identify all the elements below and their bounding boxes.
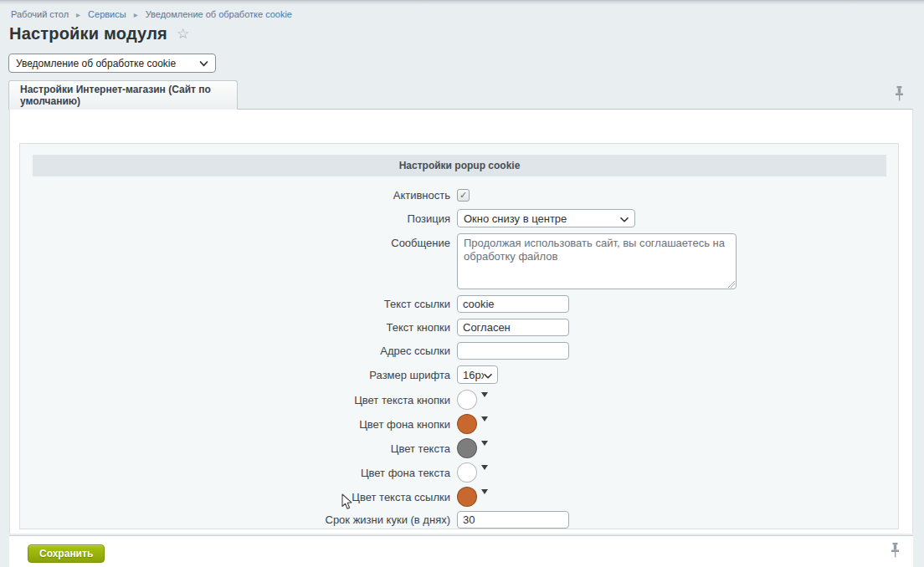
button-text-input[interactable]: Согласен	[457, 319, 569, 336]
link-url-control	[457, 342, 569, 360]
position-label: Позиция	[20, 210, 457, 227]
page-title-row: Настройки модуля ☆	[9, 24, 189, 43]
pin-icon[interactable]	[894, 86, 905, 105]
font-size-select-value: 16px	[463, 369, 484, 381]
color-dropdown-caret-icon[interactable]	[481, 465, 488, 470]
chevron-down-icon	[199, 58, 208, 69]
section-header: Настройки popup cookie	[33, 155, 886, 176]
text-color-label: Цвет текста	[20, 440, 457, 457]
footer-actions-bar: Сохранить	[9, 535, 913, 567]
breadcrumb-item[interactable]: Уведомление об обработке cookie	[146, 9, 292, 19]
form-row-position: ПозицияОкно снизу в центре	[20, 209, 898, 227]
form-row-link-url: Адрес ссылки	[20, 342, 898, 360]
form-row-button-text-color: Цвет текста кнопки	[20, 390, 898, 410]
form-row-active: Активность✓	[20, 186, 898, 204]
color-dropdown-caret-icon[interactable]	[481, 392, 488, 397]
link-text-color-label: Цвет текста ссылки	[20, 488, 457, 506]
active-control: ✓	[457, 189, 470, 202]
color-dropdown-caret-icon[interactable]	[481, 489, 488, 494]
link-url-input[interactable]	[457, 342, 569, 360]
text-bg-color-label: Цвет фона текста	[20, 464, 457, 482]
text-bg-color-swatch[interactable]	[457, 462, 477, 483]
font-size-select[interactable]: 16px	[457, 365, 498, 384]
form-row-button-text: Текст кнопкиСогласен	[20, 319, 898, 336]
breadcrumb-separator-icon: ▸	[134, 10, 138, 19]
form-row-text-color: Цвет текста	[20, 438, 898, 458]
button-bg-color-control	[457, 414, 488, 434]
breadcrumb: Рабочий стол▸Сервисы▸Уведомление об обра…	[11, 9, 292, 19]
button-text-color-control	[457, 390, 488, 410]
button-text-color-swatch[interactable]	[457, 390, 477, 410]
form-row-text-bg-color: Цвет фона текста	[20, 462, 898, 483]
cookie-lifetime-control: 30	[457, 511, 569, 529]
link-text-input[interactable]: cookie	[457, 295, 569, 313]
form-row-cookie-lifetime: Срок жизни куки (в днях)30	[20, 511, 898, 529]
form-row-link-text: Текст ссылкиcookie	[20, 295, 898, 313]
text-color-swatch[interactable]	[457, 438, 477, 458]
button-text-color-label: Цвет текста кнопки	[20, 391, 457, 409]
resize-grip-icon[interactable]	[727, 280, 735, 288]
form-rows: Активность✓ПозицияОкно снизу в центреСоо…	[20, 186, 898, 529]
breadcrumb-item[interactable]: Рабочий стол	[11, 9, 69, 19]
button-text-input-value: Согласен	[463, 321, 511, 334]
settings-form-panel: Настройки popup cookie Активность✓Позици…	[19, 143, 899, 529]
link-url-label: Адрес ссылки	[20, 342, 457, 360]
cookie-lifetime-input-value: 30	[463, 513, 475, 526]
button-bg-color-label: Цвет фона кнопки	[20, 416, 457, 433]
form-row-link-text-color: Цвет текста ссылки	[20, 487, 898, 507]
font-size-label: Размер шрифта	[20, 366, 457, 384]
button-text-control: Согласен	[457, 319, 569, 336]
message-textarea[interactable]: Продолжая использовать сайт, вы соглашае…	[457, 233, 737, 289]
cookie-lifetime-input[interactable]: 30	[457, 511, 569, 529]
page-title: Настройки модуля	[9, 24, 167, 43]
color-dropdown-caret-icon[interactable]	[481, 416, 488, 421]
link-text-control: cookie	[457, 295, 569, 313]
text-bg-color-control	[457, 462, 488, 483]
section-title: Настройки popup cookie	[399, 160, 521, 171]
active-label: Активность	[20, 186, 457, 204]
save-button[interactable]: Сохранить	[28, 544, 105, 563]
link-text-color-control	[457, 487, 488, 507]
form-row-button-bg-color: Цвет фона кнопки	[20, 414, 898, 434]
favorite-star-icon[interactable]: ☆	[177, 27, 189, 41]
breadcrumb-item[interactable]: Сервисы	[88, 9, 126, 19]
module-select-value: Уведомление об обработке cookie	[16, 58, 199, 69]
link-text-color-swatch[interactable]	[457, 487, 477, 507]
text-color-control	[457, 438, 488, 458]
message-control: Продолжая использовать сайт, вы соглашае…	[457, 233, 737, 289]
message-textarea-value: Продолжая использовать сайт, вы соглашае…	[464, 237, 725, 263]
position-select-value: Окно снизу в центре	[464, 212, 620, 225]
chevron-down-icon	[620, 212, 629, 225]
button-text-label: Текст кнопки	[20, 319, 457, 336]
font-size-control: 16px	[457, 365, 498, 384]
link-text-input-value: cookie	[463, 298, 495, 310]
message-label: Сообщение	[20, 233, 457, 252]
position-select[interactable]: Окно снизу в центре	[457, 209, 635, 227]
active-checkbox[interactable]: ✓	[457, 189, 470, 202]
position-control: Окно снизу в центре	[457, 209, 635, 227]
top-edge-divider	[0, 0, 924, 4]
pin-icon[interactable]	[890, 543, 901, 562]
tab-settings-shop-default[interactable]: Настройки Интернет-магазин (Сайт по умол…	[8, 80, 238, 110]
form-row-message: СообщениеПродолжая использовать сайт, вы…	[20, 233, 898, 289]
breadcrumb-separator-icon: ▸	[76, 10, 80, 19]
cookie-lifetime-label: Срок жизни куки (в днях)	[20, 511, 457, 529]
module-select[interactable]: Уведомление об обработке cookie	[8, 54, 216, 73]
chevron-down-icon	[484, 369, 492, 381]
link-text-label: Текст ссылки	[20, 295, 457, 313]
form-row-font-size: Размер шрифта16px	[20, 365, 898, 384]
tab-label: Настройки Интернет-магазин (Сайт по умол…	[20, 84, 226, 107]
save-button-label: Сохранить	[39, 548, 93, 559]
button-bg-color-swatch[interactable]	[457, 414, 477, 434]
module-settings-panel: Настройки popup cookie Активность✓Позици…	[9, 109, 913, 534]
color-dropdown-caret-icon[interactable]	[481, 441, 488, 446]
